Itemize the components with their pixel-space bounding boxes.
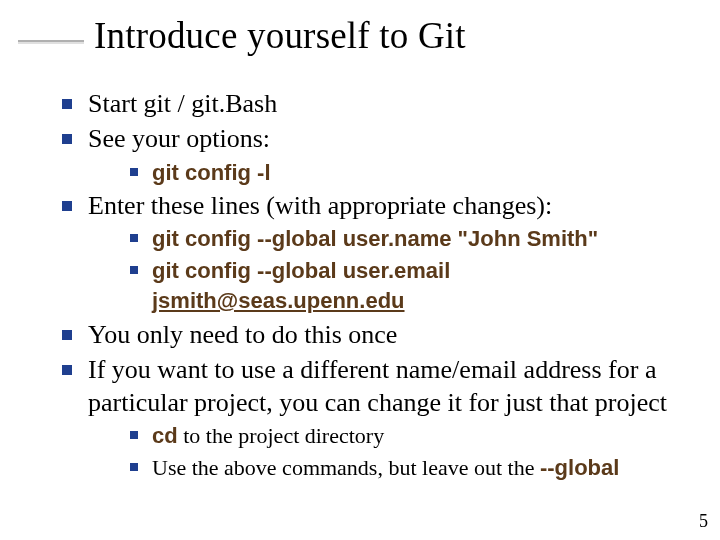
bullet-item: Start git / git.Bash — [62, 87, 694, 120]
code-text: git config -l — [152, 160, 271, 185]
title-row: Introduce yourself to Git — [18, 14, 694, 57]
slide: Introduce yourself to Git Start git / gi… — [0, 0, 720, 540]
sub-list: git config --global user.name "John Smit… — [130, 224, 694, 315]
bullet-item: Enter these lines (with appropriate chan… — [62, 189, 694, 315]
sub-list: cd to the project directory Use the abov… — [130, 421, 694, 482]
bullet-text: See your options: — [88, 124, 270, 153]
bullet-square-icon — [130, 234, 138, 242]
bullet-square-icon — [62, 134, 72, 144]
bullet-square-icon — [62, 201, 72, 211]
bullet-text: If you want to use a different name/emai… — [88, 355, 667, 417]
page-number: 5 — [699, 511, 708, 532]
code-text: cd — [152, 423, 178, 448]
title-rule-icon — [18, 40, 84, 44]
bullet-square-icon — [130, 463, 138, 471]
bullet-square-icon — [62, 365, 72, 375]
bullet-text: Enter these lines (with appropriate chan… — [88, 191, 552, 220]
code-text: git config --global user.email — [152, 258, 450, 283]
sub-item: cd to the project directory — [130, 421, 694, 451]
sub-item: git config -l — [130, 158, 694, 188]
sub-list: git config -l — [130, 158, 694, 188]
bullet-square-icon — [130, 168, 138, 176]
sub-item: git config --global user.email jsmith@se… — [130, 256, 694, 315]
sub-item: git config --global user.name "John Smit… — [130, 224, 694, 254]
bullet-item: You only need to do this once — [62, 318, 694, 351]
code-text: git config --global user.name "John Smit… — [152, 226, 598, 251]
code-text: --global — [540, 455, 619, 480]
bullet-text: Start git / git.Bash — [88, 89, 277, 118]
bullet-square-icon — [62, 99, 72, 109]
bullet-square-icon — [62, 330, 72, 340]
bullet-text: You only need to do this once — [88, 320, 397, 349]
slide-title: Introduce yourself to Git — [94, 14, 466, 57]
sub-item: Use the above commands, but leave out th… — [130, 453, 694, 483]
bullet-list: Start git / git.Bash See your options: g… — [62, 87, 694, 483]
bullet-item: If you want to use a different name/emai… — [62, 353, 694, 483]
sub-text: Use the above commands, but leave out th… — [152, 455, 540, 480]
email-link[interactable]: jsmith@seas.upenn.edu — [152, 288, 405, 313]
bullet-item: See your options: git config -l — [62, 122, 694, 187]
bullet-square-icon — [130, 266, 138, 274]
sub-text: to the project directory — [178, 423, 384, 448]
bullet-square-icon — [130, 431, 138, 439]
